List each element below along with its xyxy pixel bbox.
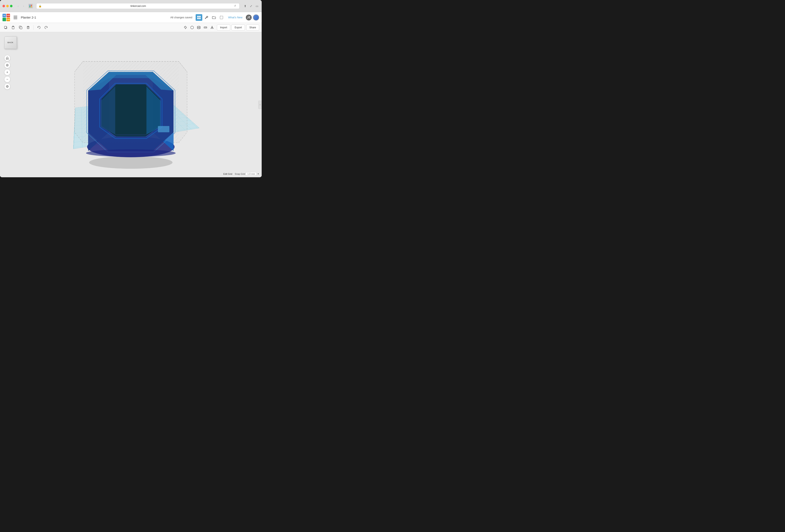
zoom-out-icon: − [6, 78, 8, 81]
rotate-control[interactable] [4, 62, 10, 68]
grid-view-button[interactable] [196, 14, 202, 21]
svg-point-32 [197, 26, 200, 27]
svg-point-44 [89, 156, 173, 169]
browser-fullscreen-button[interactable]: ⤢ [249, 4, 253, 8]
svg-rect-18 [12, 26, 14, 29]
maximize-button[interactable] [10, 5, 12, 7]
svg-rect-1 [31, 5, 32, 6]
snap-grid-value[interactable]: 1.0 mm [246, 172, 256, 176]
edit-grid-button[interactable]: Edit Grid [223, 173, 232, 175]
svg-rect-64 [158, 126, 169, 132]
undo-button[interactable] [35, 24, 42, 31]
zoom-out-control[interactable]: − [4, 76, 10, 82]
browser-actions: ⬆ ⤢ ▭ [243, 4, 259, 8]
tab-bar [28, 4, 33, 8]
view-actions: Import Export Share [182, 24, 259, 31]
duplicate-button[interactable] [18, 24, 24, 31]
logo-tin: TIN [2, 14, 6, 17]
svg-marker-43 [212, 26, 213, 28]
redo-button[interactable] [43, 24, 49, 31]
reload-button[interactable]: ↺ [234, 4, 237, 8]
browser-share-button[interactable]: ⬆ [243, 4, 248, 8]
browser-sidebar-button[interactable]: ▭ [255, 4, 259, 8]
shapes-button[interactable] [189, 24, 195, 31]
address-bar[interactable] [43, 5, 234, 7]
cube-label: BACK [7, 42, 13, 44]
svg-point-66 [7, 65, 8, 66]
top-toolbar: TIN KER CAD Planter 2-1 All changes save… [0, 12, 262, 23]
ruler-button[interactable] [202, 24, 208, 31]
home-control[interactable] [4, 55, 10, 61]
main-area: BACK + − [0, 32, 262, 177]
share-button[interactable]: Share [246, 25, 259, 30]
close-button[interactable] [2, 5, 5, 7]
tools-button[interactable] [203, 14, 210, 21]
viewport[interactable]: BACK + − [0, 32, 262, 177]
project-title: Planter 2-1 [21, 16, 36, 19]
svg-point-63 [86, 149, 176, 157]
saved-status: All changes saved [171, 16, 193, 19]
bottom-info: Edit Grid Snap Grid 1.0 mm ▼ [223, 172, 259, 176]
svg-rect-8 [199, 16, 201, 17]
user-add-icon[interactable] [246, 15, 252, 20]
view-icon-group [182, 24, 215, 31]
svg-point-35 [197, 28, 200, 29]
svg-rect-7 [197, 16, 199, 17]
minimize-button[interactable] [6, 5, 9, 7]
fit-control[interactable] [4, 83, 10, 90]
svg-rect-10 [199, 18, 201, 19]
3d-object-container [66, 45, 196, 170]
paste-button[interactable] [10, 24, 16, 31]
mirror-button[interactable] [209, 24, 215, 31]
action-buttons: Import Export Share [217, 25, 259, 30]
light-button[interactable] [182, 24, 188, 31]
svg-rect-2 [29, 6, 30, 7]
user-avatar[interactable] [253, 15, 259, 21]
zoom-in-control[interactable]: + [4, 69, 10, 75]
svg-rect-9 [197, 18, 199, 19]
cube-face-back[interactable]: BACK [4, 36, 17, 49]
snap-dropdown-icon[interactable]: ▼ [257, 173, 259, 175]
traffic-lights [2, 5, 12, 7]
svg-rect-3 [31, 6, 32, 7]
tinkercad-logo: TIN KER CAD [2, 14, 10, 21]
logo-cad: CAD [6, 18, 10, 21]
toolbar-icons [196, 14, 225, 21]
svg-marker-42 [211, 26, 212, 28]
back-button[interactable]: ‹ [16, 4, 20, 8]
svg-point-31 [191, 26, 194, 29]
svg-rect-4 [14, 16, 17, 17]
svg-line-29 [184, 26, 185, 27]
tab-icon [28, 4, 33, 8]
snap-grid-label: Snap Grid [235, 173, 245, 175]
snap-grid-info: Snap Grid 1.0 mm ▼ [235, 172, 259, 176]
svg-point-65 [6, 64, 8, 66]
user-area [246, 15, 259, 21]
cylinder-button[interactable] [196, 24, 202, 31]
zoom-in-icon: + [6, 71, 8, 74]
left-controls: + − [4, 55, 10, 90]
secondary-toolbar: Import Export Share [0, 23, 262, 32]
svg-rect-5 [14, 17, 17, 18]
export-button[interactable]: Export [231, 25, 245, 30]
delete-button[interactable] [25, 24, 31, 31]
logo-ker: KER [6, 14, 10, 17]
forward-button[interactable]: › [21, 4, 26, 8]
group-button[interactable] [218, 14, 225, 21]
address-bar-container: 🔒 ↺ [36, 3, 239, 9]
view-cube[interactable]: BACK [4, 36, 18, 50]
svg-point-24 [184, 26, 186, 28]
whats-new-button[interactable]: What's New [226, 15, 244, 20]
svg-rect-11 [220, 16, 223, 19]
import-button[interactable]: Import [217, 25, 230, 30]
right-panel-toggle[interactable]: ‹ [258, 101, 262, 109]
copy-button[interactable] [2, 24, 9, 31]
app-content: TIN KER CAD Planter 2-1 All changes save… [0, 12, 262, 177]
svg-rect-0 [29, 5, 30, 6]
hamburger-button[interactable] [12, 15, 18, 20]
browser-nav: ‹ › [16, 4, 26, 8]
folder-button[interactable] [211, 14, 217, 21]
svg-rect-20 [20, 27, 22, 29]
svg-rect-16 [4, 26, 6, 28]
planter-3d-model [66, 45, 196, 170]
